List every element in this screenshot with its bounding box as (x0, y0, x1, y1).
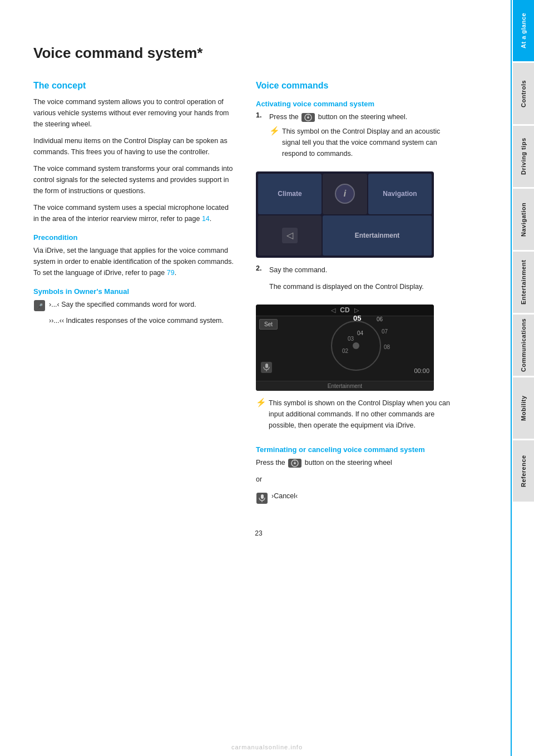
climate-cell: Climate (258, 174, 322, 214)
cd-header: ◁ CD ▷ (256, 305, 434, 316)
mic-icon-cancel (256, 492, 268, 506)
steering-wheel-button-icon (301, 113, 315, 122)
activating-heading: Activating voice command system (256, 100, 456, 108)
concept-para-4: The voice command system uses a special … (33, 202, 234, 224)
note-symbol-2: ⚡ (256, 397, 266, 408)
track-03: 03 (348, 336, 354, 342)
terminating-or: or (256, 474, 456, 485)
step-1-row: 1. Press the button on the steering whee… (256, 111, 456, 165)
cd-label: CD (340, 306, 349, 314)
step-2-content: Say the command. The command is displaye… (269, 264, 456, 298)
track-time: 00:00 (414, 367, 429, 374)
sidebar-tab-mobility[interactable]: Mobility (513, 377, 534, 439)
step-1-num: 1. (256, 111, 265, 165)
cd-center (353, 342, 359, 349)
precondition-heading: Precondition (33, 233, 234, 242)
sidebar-tab-at-a-glance[interactable]: At a glance (513, 0, 534, 61)
step-2-num: 2. (256, 264, 265, 298)
track-04: 04 (357, 330, 363, 336)
navigation-cell: Navigation (368, 174, 432, 214)
terminating-heading: Terminating or canceling voice command s… (256, 445, 456, 454)
control-display-2: ◁ CD ▷ Set 02 03 04 05 (256, 305, 434, 391)
info-circle: i (335, 184, 355, 204)
set-button: Set (259, 319, 278, 330)
symbols-heading: Symbols in Owner's Manual (33, 287, 234, 296)
sidebar-tab-reference[interactable]: Reference (513, 440, 534, 502)
concept-para-2: Individual menu items on the Control Dis… (33, 135, 234, 158)
sidebar-tab-driving-tips[interactable]: Driving tips (513, 126, 534, 187)
control-display-1: Climate i Navigation ◁ Entertainment (256, 171, 434, 258)
info-cell: i (323, 174, 367, 214)
symbol-2-text: ››...‹‹ Indicates responses of the voice… (49, 317, 224, 325)
watermark: carmanualsonline.info (231, 744, 303, 750)
right-section-heading: Voice commands (256, 81, 456, 91)
concept-para-1: The voice command system allows you to c… (33, 96, 234, 130)
voice-command-icon-1: 🎤 (33, 300, 46, 312)
mic-icon-2 (260, 361, 273, 375)
track-02: 02 (342, 348, 348, 354)
symbol-row-2: ››...‹‹ Indicates responses of the voice… (49, 315, 234, 326)
page-title: Voice command system* (33, 45, 484, 62)
symbol-row-1: 🎤 ›...‹ Say the specified commands word … (33, 299, 234, 312)
page-link-14[interactable]: 14 (202, 215, 210, 223)
track-07: 07 (382, 328, 388, 335)
sidebar-divider (511, 0, 512, 756)
step-1-content: Press the button on the steering wheel. … (269, 111, 456, 165)
sidebar-tab-communications[interactable]: Communications (513, 315, 534, 376)
step-1-text: Press the button on the steering wheel. (269, 113, 407, 121)
symbol-1-text: ›...‹ Say the specified commands word fo… (49, 299, 196, 310)
note-row-2: ⚡ This symbol is shown on the Control Di… (256, 397, 456, 436)
sidebar: At a glance Controls Driving tips Naviga… (513, 0, 534, 756)
step-1-note-row: ⚡ This symbol on the Control Display and… (269, 126, 456, 165)
svg-rect-6 (265, 364, 268, 368)
note-symbol: ⚡ (269, 126, 280, 136)
sidebar-tab-entertainment[interactable]: Entertainment (513, 252, 534, 313)
cancel-command: ›Cancel‹ (271, 490, 298, 502)
step-2-text: Say the command. (269, 264, 456, 276)
page-link-79[interactable]: 79 (167, 269, 175, 277)
precondition-text: Via iDrive, set the language that applie… (33, 245, 234, 278)
arrow-left-cell: ◁ (258, 215, 322, 256)
concept-para-3: The voice command system transforms your… (33, 163, 234, 197)
cd-circle-area: 02 03 04 05 06 07 08 (289, 317, 423, 374)
steering-wheel-button-icon-2 (288, 459, 301, 468)
step-2-row: 2. Say the command. The command is displ… (256, 264, 456, 298)
track-05: 05 (353, 314, 361, 322)
cd-circle: 02 03 04 05 06 07 08 (331, 321, 381, 371)
svg-point-3 (307, 116, 309, 119)
track-08: 08 (384, 344, 390, 350)
sidebar-tab-navigation[interactable]: Navigation (513, 189, 534, 250)
terminating-text: Press the button on the steering wheel (256, 457, 456, 468)
svg-point-9 (294, 462, 296, 464)
arrow-left-icon: ◁ (282, 228, 298, 243)
entertainment-cell: Entertainment (323, 215, 432, 256)
note-text: This symbol is shown on the Control Disp… (269, 397, 456, 431)
cancel-row: ›Cancel‹ (256, 490, 456, 507)
svg-rect-12 (261, 494, 264, 499)
step-2-detail: The command is displayed on the Control … (269, 281, 456, 292)
entertainment-bar: Entertainment (256, 381, 434, 391)
svg-text:🎤: 🎤 (37, 303, 43, 310)
step-1-note: This symbol on the Control Display and a… (282, 126, 456, 159)
sidebar-tab-controls[interactable]: Controls (513, 63, 534, 124)
page-number: 23 (33, 529, 484, 537)
left-section-heading: The concept (33, 81, 234, 91)
